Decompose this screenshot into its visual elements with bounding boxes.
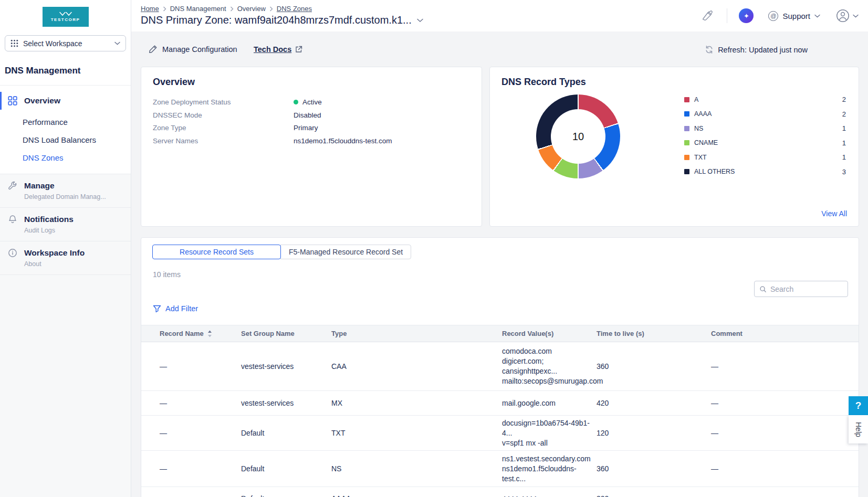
field-zone-type: Zone Type Primary: [153, 124, 470, 132]
cell-ttl: 360: [597, 342, 711, 391]
tab-f5-managed-resource-record-set[interactable]: F5-Managed Resource Record Set: [280, 245, 411, 259]
field-label: Server Names: [153, 137, 294, 145]
sidebar-item-manage[interactable]: Manage Delegated Domain Manag...: [0, 174, 131, 207]
cell-set-group: Default: [241, 487, 331, 497]
title-chevron-down-icon[interactable]: [417, 18, 423, 23]
sort-icon[interactable]: [207, 330, 212, 337]
logo-text: TESTCORP: [51, 17, 80, 22]
header-divider: [727, 8, 727, 23]
cell-ttl: 300: [597, 487, 711, 497]
status-dot: [294, 100, 298, 104]
manage-configuration-button[interactable]: Manage Configuration: [149, 45, 237, 54]
workspace-selector-label: Select Workspace: [23, 39, 82, 48]
view-all-link[interactable]: View All: [821, 209, 847, 218]
wrench-icon: [8, 181, 17, 191]
tech-docs-link[interactable]: Tech Docs: [254, 45, 302, 54]
chevron-down-icon: [814, 14, 820, 18]
cell-record-name: —: [141, 391, 241, 416]
sidebar-item-dns-load-balancers[interactable]: DNS Load Balancers: [0, 135, 131, 144]
legend-value: 1: [842, 124, 846, 132]
table-row[interactable]: — vestest-services MX mail.google.com 42…: [141, 391, 859, 416]
items-count: 10 items: [153, 270, 181, 279]
account-menu[interactable]: [836, 9, 859, 23]
table-row[interactable]: — Default TXT docusign=1b0a6754-49b1-4..…: [141, 416, 859, 451]
help-question-button[interactable]: ?: [849, 396, 868, 415]
cell-set-group: vestest-services: [241, 391, 331, 416]
dns-record-types-card: DNS Record Types 10 A 2 AAAA 2 NS 1: [489, 67, 859, 227]
cell-set-group: vestest-services: [241, 342, 331, 391]
field-label: Zone Type: [153, 124, 294, 132]
cell-record-name: —: [141, 451, 241, 487]
external-link-icon: [295, 46, 302, 53]
overview-card-title: Overview: [153, 77, 195, 88]
legend-item: AAAA 2: [684, 110, 846, 118]
breadcrumb-dns-management[interactable]: DNS Management: [170, 5, 226, 13]
legend-swatch: [684, 97, 689, 102]
active-indicator-bar: [0, 92, 2, 110]
sidebar-item-overview[interactable]: Overview: [0, 93, 131, 109]
field-value: ns1demo1.f5clouddns-test.com: [294, 137, 392, 145]
tab-resource-record-sets[interactable]: Resource Record Sets: [152, 245, 281, 259]
info-icon: [8, 248, 17, 258]
sidebar-title: DNS Management: [5, 66, 131, 76]
add-filter-label: Add Filter: [165, 304, 198, 313]
workspace-selector[interactable]: Select Workspace: [5, 35, 126, 51]
table-row[interactable]: — vestest-services CAA comodoca.com digi…: [141, 342, 859, 391]
table-row[interactable]: — Default AAAA 4444:4444... 300 —: [141, 487, 859, 497]
record-types-legend: A 2 AAAA 2 NS 1 CNAME 1 TXT 1: [684, 96, 846, 176]
ai-assistant-button[interactable]: ✦: [739, 8, 754, 23]
sidebar-item-performance[interactable]: Performance: [0, 118, 131, 126]
cell-record-name: —: [141, 342, 241, 391]
cell-set-group: Default: [241, 416, 331, 451]
chevron-down-icon: [114, 41, 120, 45]
field-server-names: Server Names ns1demo1.f5clouddns-test.co…: [153, 137, 470, 145]
cell-comment: —: [711, 342, 859, 391]
help-tab[interactable]: Help: [849, 415, 868, 443]
breadcrumb-overview[interactable]: Overview: [237, 5, 266, 13]
page-title: DNS Primary Zone: wamf9ait204h8mrzs7mdf.…: [141, 14, 412, 26]
sidebar-nav: Overview Performance DNS Load Balancers …: [0, 86, 131, 174]
user-icon: [836, 9, 850, 23]
column-ttl: Time to live (s): [597, 325, 711, 342]
cell-ttl: 420: [597, 391, 711, 416]
dns-record-types-title: DNS Record Types: [501, 77, 586, 88]
logo-wings-icon: [59, 12, 72, 16]
records-table: Record Name Set Group Name Type Record V…: [141, 325, 859, 497]
legend-label: NS: [694, 125, 703, 132]
support-menu[interactable]: @ Support: [768, 11, 820, 21]
top-header: Home DNS Management Overview DNS Zones D…: [131, 0, 868, 31]
legend-value: 2: [842, 110, 846, 118]
column-record-name[interactable]: Record Name: [141, 325, 241, 342]
field-dnssec-mode: DNSSEC Mode Disabled: [153, 111, 470, 119]
legend-swatch: [684, 140, 689, 145]
sidebar-item-notifications[interactable]: Notifications Audit Logs: [0, 207, 131, 241]
cell-type: AAAA: [331, 487, 502, 497]
table-row[interactable]: — Default NS ns1.vestest.secondary.com n…: [141, 451, 859, 487]
legend-swatch: [684, 169, 689, 174]
chevron-down-icon: [853, 14, 859, 18]
record-types-donut-chart: 10: [536, 94, 620, 178]
column-type: Type: [331, 325, 502, 342]
breadcrumb-home[interactable]: Home: [141, 5, 159, 13]
legend-value: 1: [842, 153, 846, 161]
field-label: Zone Deployment Status: [153, 98, 294, 106]
sidebar-item-workspace-info[interactable]: Workspace Info About: [0, 241, 131, 274]
field-label: DNSSEC Mode: [153, 111, 294, 119]
sidebar-item-sublabel: About: [24, 260, 85, 268]
cell-record-values: 4444:4444...: [502, 487, 597, 497]
field-value: Disabled: [294, 111, 321, 119]
add-filter-button[interactable]: Add Filter: [153, 304, 198, 313]
sidebar-item-sublabel: Delegated Domain Manag...: [24, 193, 106, 200]
field-value: Primary: [294, 124, 318, 132]
legend-label: A: [694, 96, 698, 103]
cell-comment: —: [711, 391, 859, 416]
breadcrumb-dns-zones[interactable]: DNS Zones: [277, 5, 312, 13]
theme-brush-button[interactable]: [702, 10, 713, 22]
overview-grid-icon: [8, 96, 17, 105]
refresh-button[interactable]: Refresh: Updated just now: [705, 45, 808, 54]
sidebar-item-dns-zones[interactable]: DNS Zones: [0, 153, 131, 162]
column-record-values: Record Value(s): [502, 325, 597, 342]
help-tab-label: Help: [854, 422, 863, 437]
search-input[interactable]: [770, 285, 843, 293]
legend-value: 2: [842, 96, 846, 103]
